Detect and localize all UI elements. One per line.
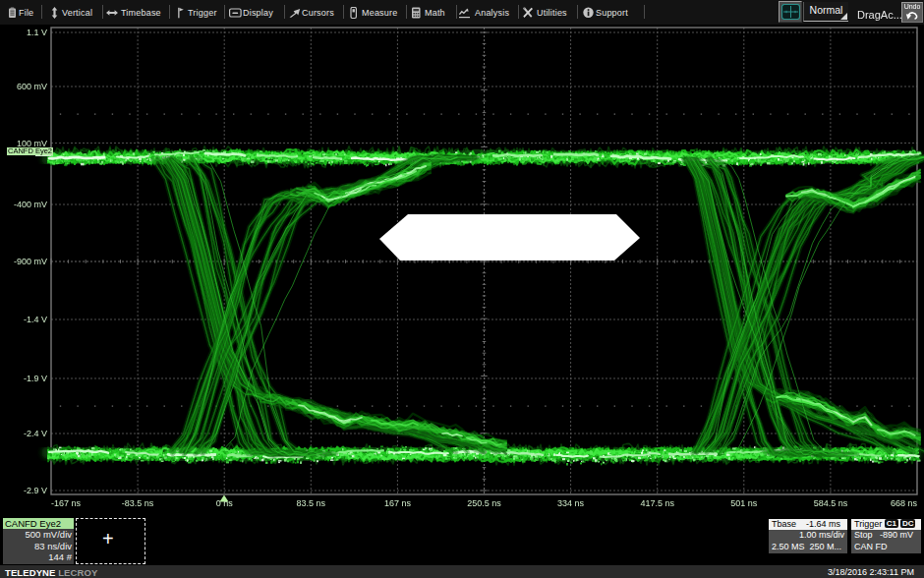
- svg-text:-167 ns: -167 ns: [51, 498, 82, 508]
- svg-text:-900 mV: -900 mV: [14, 257, 47, 266]
- svg-text:83.5 ns: 83.5 ns: [297, 498, 326, 508]
- svg-text:600 mV: 600 mV: [17, 82, 47, 91]
- svg-text:1.1 V: 1.1 V: [27, 28, 47, 37]
- svg-text:-400 mV: -400 mV: [14, 200, 47, 209]
- svg-text:-2.9 V: -2.9 V: [24, 486, 47, 495]
- svg-text:334 ns: 334 ns: [557, 498, 585, 508]
- svg-text:501 ns: 501 ns: [730, 498, 758, 508]
- svg-text:668 ns: 668 ns: [891, 498, 918, 508]
- svg-text:250.5 ns: 250.5 ns: [467, 498, 501, 508]
- svg-text:0 ns: 0 ns: [216, 498, 234, 508]
- svg-text:-2.4 V: -2.4 V: [24, 429, 47, 438]
- svg-text:-83.5 ns: -83.5 ns: [122, 498, 154, 508]
- svg-text:-1.4 V: -1.4 V: [24, 315, 47, 324]
- svg-text:417.5 ns: 417.5 ns: [640, 498, 674, 508]
- svg-text:584.5 ns: 584.5 ns: [814, 498, 848, 508]
- svg-text:-1.9 V: -1.9 V: [24, 374, 47, 383]
- svg-text:167 ns: 167 ns: [384, 498, 412, 508]
